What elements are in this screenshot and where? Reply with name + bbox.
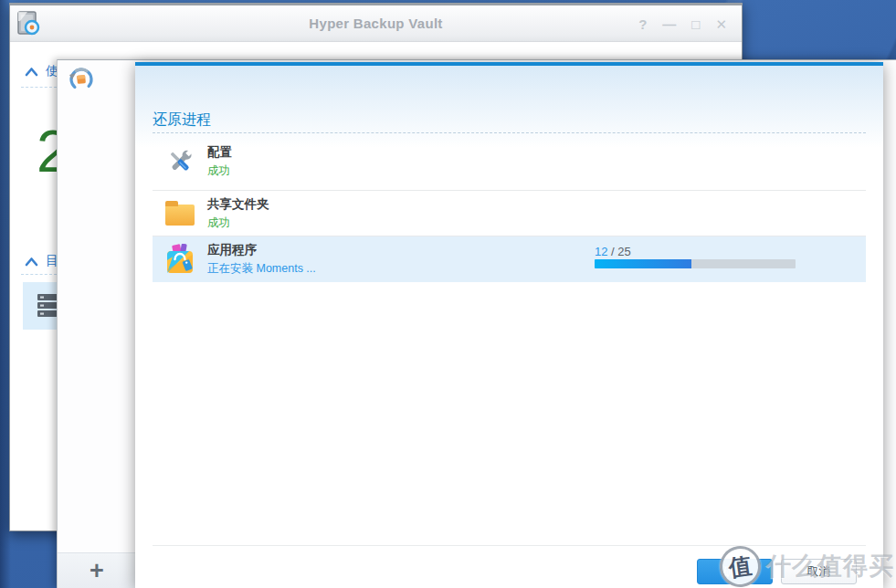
progress-bar-track	[595, 259, 796, 268]
restore-progress-dialog: 还原进程	[135, 62, 883, 588]
task-status: 正在安装 Moments ...	[207, 261, 316, 277]
wizard-bottom-bar: +	[58, 552, 136, 588]
sidebar-section-target[interactable]: 目	[25, 253, 58, 269]
task-row-configuration[interactable]: 配置 成功	[153, 133, 866, 191]
window-title: Hyper Backup Vault	[10, 16, 742, 31]
package-icon	[153, 244, 207, 275]
task-row-applications[interactable]: 应用程序 正在安装 Moments ... 12 / 25	[153, 236, 866, 282]
cancel-button[interactable]: 取消	[781, 559, 857, 584]
ok-button[interactable]: 确定	[697, 559, 773, 584]
window-titlebar[interactable]: Hyper Backup Vault ? — □ ✕	[10, 5, 742, 42]
task-status: 成功	[207, 163, 232, 179]
add-button[interactable]: +	[90, 559, 104, 583]
chevron-up-icon	[25, 257, 38, 267]
restore-icon	[68, 66, 95, 93]
restore-task-list: 配置 成功 共享文件夹 成功	[153, 133, 866, 282]
close-icon[interactable]: ✕	[715, 17, 727, 31]
help-icon[interactable]: ?	[638, 17, 647, 31]
task-status: 成功	[207, 215, 269, 231]
task-label: 应用程序	[207, 242, 316, 258]
app-restore-progress: 12 / 25	[595, 243, 796, 268]
task-label: 共享文件夹	[207, 196, 269, 213]
progress-fill	[595, 259, 691, 268]
minimize-icon[interactable]: —	[662, 17, 676, 31]
folder-icon	[153, 201, 207, 226]
task-row-shared-folder[interactable]: 共享文件夹 成功	[153, 191, 866, 236]
progress-count: 12 / 25	[595, 245, 631, 258]
vault-icon	[15, 10, 42, 37]
window-controls: ? — □ ✕	[638, 5, 727, 42]
maximize-icon[interactable]: □	[691, 17, 700, 31]
tools-icon	[153, 146, 207, 177]
sidebar-section-usage[interactable]: 使	[25, 63, 58, 79]
dialog-title: 还原进程	[153, 110, 211, 130]
dialog-footer: 确定 取消	[697, 559, 857, 584]
divider	[153, 545, 866, 546]
chevron-up-icon	[25, 67, 38, 77]
desktop: Hyper Backup Vault ? — □ ✕ 使 2 目	[0, 0, 896, 588]
task-label: 配置	[207, 144, 232, 161]
